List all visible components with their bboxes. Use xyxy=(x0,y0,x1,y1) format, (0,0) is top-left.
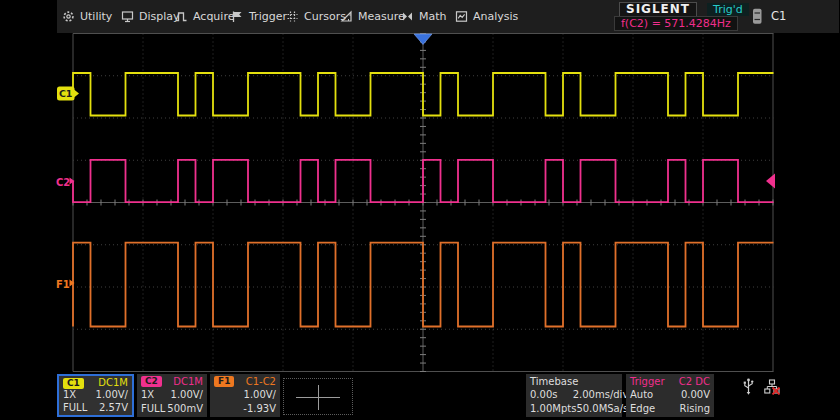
f1-offset: -1.93V xyxy=(243,403,276,415)
trigger-source: C2 DC xyxy=(679,376,710,388)
f1-source: C1-C2 xyxy=(246,376,276,388)
trigger-position-indicator[interactable] xyxy=(414,34,432,45)
c2-trace xyxy=(73,160,774,202)
c1-channel-marker[interactable]: C1 xyxy=(57,87,79,101)
c2-chip: C2 xyxy=(141,376,162,387)
c2-scale: 1.00V/ xyxy=(171,389,203,401)
f1-chip: F1 xyxy=(214,376,234,387)
oscilloscope-screen: Utility Display Acquire Trigger xyxy=(0,0,840,420)
f1-marker-label: F1 xyxy=(56,279,70,290)
c2-coupling: DC1M xyxy=(173,376,203,388)
trigger-mode: Auto xyxy=(630,389,653,401)
c2-marker-label: C2 xyxy=(56,177,70,188)
c1-bandwidth: FULL xyxy=(63,402,87,414)
trigger-level: 0.00V xyxy=(681,389,710,401)
c2-bandwidth: FULL xyxy=(141,403,165,415)
status-icons xyxy=(742,378,780,395)
timebase-memory: 1.00Mpts xyxy=(530,403,576,415)
timebase-title: Timebase xyxy=(530,376,578,388)
c1-trace xyxy=(73,73,774,116)
c2-offset: 500mV xyxy=(167,403,203,415)
c1-attenuation: 1X xyxy=(63,389,76,401)
c1-coupling: DC1M xyxy=(98,377,128,389)
c1-marker-label: C1 xyxy=(59,88,73,99)
f1-trace xyxy=(73,243,774,327)
trigger-panel[interactable]: Trigger C2 DC Auto 0.00V Edge Rising xyxy=(626,374,714,417)
timebase-samplerate: 50.0MSa/s xyxy=(576,403,628,415)
channel1-panel[interactable]: C1 DC1M 1X 1.00V/ FULL 2.57V xyxy=(57,374,134,417)
f1-scale: 1.00V/ xyxy=(244,389,276,401)
trigger-delay-box[interactable] xyxy=(283,378,353,415)
channel2-panel[interactable]: C2 DC1M 1X 1.00V/ FULL 500mV xyxy=(137,374,207,417)
c1-offset: 2.57V xyxy=(99,402,128,414)
c2-channel-marker[interactable]: C2 xyxy=(56,177,75,188)
c1-scale: 1.00V/ xyxy=(96,389,128,401)
timebase-scale: 2.00ms/div xyxy=(573,389,629,401)
trigger-delay-crosshair-v xyxy=(318,385,319,410)
c1-chip: C1 xyxy=(63,378,84,389)
traces xyxy=(73,73,774,327)
math-f1-panel[interactable]: F1 C1-C2 1.00V/ -1.93V xyxy=(210,374,280,417)
timebase-delay: 0.00s xyxy=(530,389,557,401)
trigger-level-indicator[interactable] xyxy=(766,174,775,189)
c2-attenuation: 1X xyxy=(141,389,154,401)
trigger-type: Edge xyxy=(630,403,655,415)
trigger-slope: Rising xyxy=(680,403,710,415)
trigger-title: Trigger xyxy=(630,376,665,388)
timebase-panel[interactable]: Timebase 0.00s 2.00ms/div 1.00Mpts 50.0M… xyxy=(526,374,622,417)
waveform-display: C1 C2 F1 xyxy=(0,0,840,420)
usb-icon xyxy=(742,378,755,395)
f1-math-marker[interactable]: F1 xyxy=(56,279,75,290)
lan-disconnected-icon xyxy=(764,379,780,395)
